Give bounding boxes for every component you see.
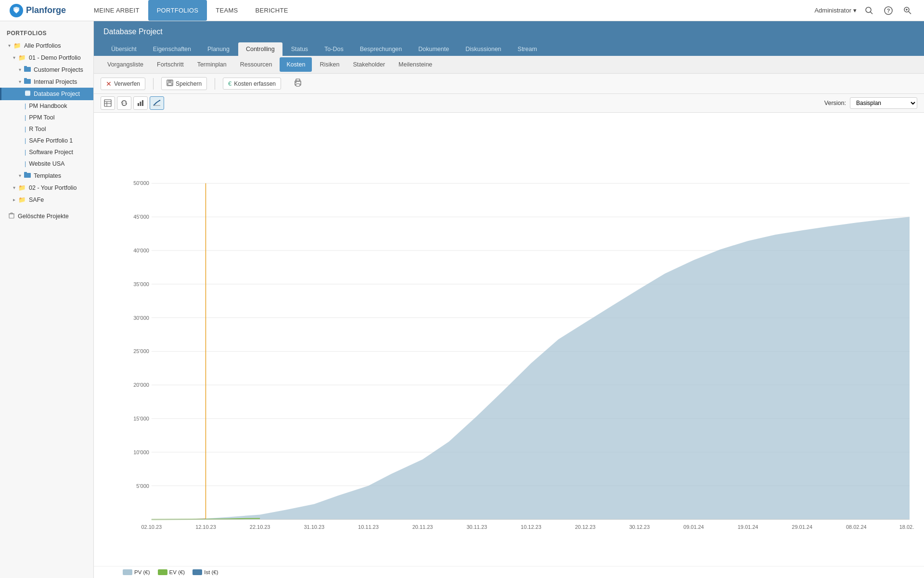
discard-button[interactable]: ✕ Verwerfen [101, 78, 145, 90]
discard-label: Verwerfen [114, 80, 140, 87]
sub-tab-ressourcen[interactable]: Ressourcen [233, 57, 279, 72]
sidebar-label: Internal Projects [34, 79, 77, 85]
svg-text:35'000: 35'000 [133, 281, 149, 287]
nav-berichte[interactable]: BERICHTE [247, 0, 297, 21]
sidebar-item-safe-portfolio-1[interactable]: | SAFe Portfolio 1 [0, 135, 93, 146]
sidebar-item-pm-handbook[interactable]: | PM Handbook [0, 100, 93, 112]
sub-tab-fortschritt[interactable]: Fortschritt [150, 57, 191, 72]
print-button[interactable] [289, 77, 307, 91]
svg-text:20.11.23: 20.11.23 [412, 524, 433, 530]
save-icon [167, 79, 173, 88]
chart-legend: PV (€) EV (€) Ist (€) [94, 566, 924, 578]
svg-text:12.10.23: 12.10.23 [195, 524, 216, 530]
version-section: Version: Basisplan Version 1 Version 2 [824, 97, 917, 109]
ist-label: Ist (€) [204, 569, 218, 575]
print-icon [294, 79, 302, 89]
svg-rect-25 [168, 80, 172, 82]
trash-icon [8, 212, 15, 220]
svg-text:31.10.23: 31.10.23 [304, 524, 324, 530]
tab-diskussionen[interactable]: Diskussionen [458, 42, 509, 56]
svg-point-30 [295, 82, 296, 83]
app-logo[interactable]: Planforge [10, 4, 66, 17]
user-menu-button[interactable]: Administrator ▾ [814, 7, 857, 14]
svg-text:29.01.24: 29.01.24 [792, 524, 812, 530]
main-layout: PORTFOLIOS ▾ 📁 Alle Portfolios ▾ 📁 01 - … [0, 21, 924, 578]
help-icon[interactable]: ? [882, 4, 895, 17]
expand-icon: ▾ [8, 43, 11, 48]
tab-status[interactable]: Status [283, 42, 316, 56]
tab-dokumente[interactable]: Dokumente [411, 42, 457, 56]
svg-text:20.12.23: 20.12.23 [575, 524, 596, 530]
sidebar-item-safe[interactable]: ▸ 📁 SAFe [0, 194, 93, 206]
logo-icon [10, 4, 23, 17]
tab-to-dos[interactable]: To-Dos [317, 42, 351, 56]
legend-ev: EV (€) [158, 569, 185, 575]
nav-right-section: Administrator ▾ ? [814, 4, 914, 17]
svg-text:18.02.24: 18.02.24 [899, 524, 914, 530]
sub-tab-risiken[interactable]: Risiken [313, 57, 346, 72]
sidebar: PORTFOLIOS ▾ 📁 Alle Portfolios ▾ 📁 01 - … [0, 21, 94, 578]
sidebar-item-customer-projects[interactable]: ▾ Customer Projects [0, 64, 93, 76]
nav-meine-arbeit[interactable]: MEINE ARBEIT [85, 0, 148, 21]
table-view-button[interactable] [101, 96, 115, 110]
sidebar-item-software-project[interactable]: | Software Project [0, 146, 93, 158]
tab-eigenschaften[interactable]: Eigenschaften [145, 42, 199, 56]
item-icon: | [25, 126, 26, 132]
svg-line-3 [871, 12, 873, 14]
zoom-icon[interactable] [901, 4, 914, 17]
project-header: Database Project [94, 21, 924, 42]
sidebar-item-internal-projects[interactable]: ▾ Internal Projects [0, 76, 93, 88]
sidebar-item-templates[interactable]: ▾ Templates [0, 170, 93, 182]
sidebar-item-geloschte-projekte[interactable]: Gelöschte Projekte [0, 210, 93, 223]
ev-label: EV (€) [169, 569, 185, 575]
svg-text:50'000: 50'000 [133, 180, 149, 186]
refresh-button[interactable] [117, 96, 131, 110]
item-icon: | [25, 114, 26, 121]
toolbar: ✕ Verwerfen Speichern € Kosten erfassen [94, 74, 924, 94]
search-icon[interactable] [862, 4, 876, 17]
record-costs-button[interactable]: € Kosten erfassen [223, 78, 281, 90]
expand-icon: ▾ [13, 55, 15, 60]
sidebar-item-database-project[interactable]: Database Project [0, 88, 93, 100]
sub-tab-kosten[interactable]: Kosten [280, 57, 312, 72]
sidebar-item-alle-portfolios[interactable]: ▾ 📁 Alle Portfolios [0, 39, 93, 52]
svg-text:30.11.23: 30.11.23 [466, 524, 487, 530]
nav-teams[interactable]: TEAMS [207, 0, 246, 21]
sidebar-label: Database Project [34, 91, 80, 97]
sidebar-label: 02 - Your Portfolio [29, 184, 77, 191]
sub-tab-stakeholder[interactable]: Stakeholder [346, 57, 392, 72]
expand-icon: ▾ [19, 79, 21, 84]
sidebar-item-your-portfolio[interactable]: ▾ 📁 02 - Your Portfolio [0, 182, 93, 194]
sidebar-item-demo-portfolio[interactable]: ▾ 📁 01 - Demo Portfolio [0, 52, 93, 64]
folder-icon [24, 66, 31, 73]
sub-tab-vorgangsliste[interactable]: Vorgangsliste [101, 57, 150, 72]
svg-text:10.11.23: 10.11.23 [358, 524, 379, 530]
tab-controlling[interactable]: Controlling [238, 42, 282, 56]
line-chart-button[interactable] [150, 96, 164, 110]
nav-portfolios[interactable]: PORTFOLIOS [148, 0, 207, 21]
svg-rect-36 [140, 102, 141, 106]
version-select[interactable]: Basisplan Version 1 Version 2 [850, 97, 917, 109]
sidebar-label: SAFe [29, 197, 44, 203]
content-area: Database Project Übersicht Eigenschaften… [94, 21, 924, 578]
item-icon: | [25, 137, 26, 144]
sidebar-label: Software Project [29, 149, 73, 156]
svg-text:10'000: 10'000 [133, 449, 149, 455]
svg-text:45'000: 45'000 [133, 214, 149, 220]
legend-ist: Ist (€) [192, 569, 218, 575]
sidebar-item-ppm-tool[interactable]: | PPM Tool [0, 112, 93, 123]
sub-tab-terminplan[interactable]: Terminplan [191, 57, 233, 72]
top-nav: Planforge MEINE ARBEIT PORTFOLIOS TEAMS … [0, 0, 924, 21]
save-button[interactable]: Speichern [161, 77, 207, 90]
svg-text:02.10.23: 02.10.23 [141, 524, 162, 530]
tab-stream[interactable]: Stream [510, 42, 545, 56]
sub-tab-meilensteine[interactable]: Meilensteine [392, 57, 439, 72]
sidebar-item-r-tool[interactable]: | R Tool [0, 123, 93, 135]
bar-chart-button[interactable] [133, 96, 148, 110]
tab-ubersicht[interactable]: Übersicht [103, 42, 144, 56]
svg-text:10.12.23: 10.12.23 [521, 524, 541, 530]
tab-besprechungen[interactable]: Besprechungen [352, 42, 410, 56]
svg-rect-26 [168, 83, 172, 85]
tab-planung[interactable]: Planung [200, 42, 237, 56]
sidebar-item-website-usa[interactable]: | Website USA [0, 158, 93, 170]
